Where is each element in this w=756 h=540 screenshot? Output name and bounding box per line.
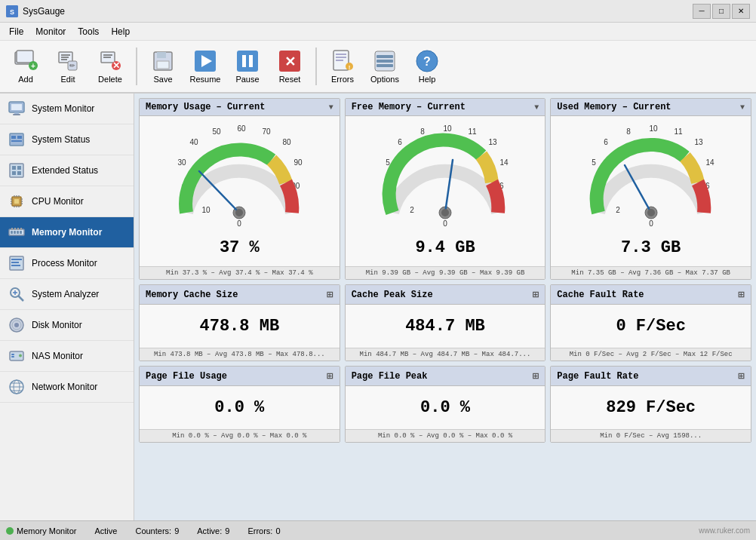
page-fault-rate-icon[interactable]: ⊞ <box>739 370 745 382</box>
free-memory-footer: Min 9.39 GB – Avg 9.39 GB – Max 9.39 GB <box>346 266 545 279</box>
page-file-usage-body: 0.0 % <box>140 386 340 429</box>
free-memory-header: Free Memory – Current ▼ <box>346 99 545 116</box>
sidebar-item-process-monitor[interactable]: Process Monitor <box>0 248 134 279</box>
sidebar-label-system-status: System Status <box>32 134 90 145</box>
svg-text:✏: ✏ <box>69 62 75 69</box>
memory-usage-header: Memory Usage – Current ▼ <box>140 99 340 116</box>
page-file-usage-icon[interactable]: ⊞ <box>327 370 333 382</box>
menu-monitor[interactable]: Monitor <box>29 25 72 38</box>
svg-rect-72 <box>14 228 16 230</box>
used-memory-dropdown[interactable]: ▼ <box>740 103 745 112</box>
svg-rect-73 <box>17 228 19 230</box>
cache-fault-rate-card: Cache Fault Rate ⊞ 0 F/Sec Min 0 F/Sec –… <box>550 284 751 361</box>
status-active-label: Active <box>94 526 117 535</box>
reset-label: Reset <box>279 75 301 84</box>
free-memory-card: Free Memory – Current ▼ 0 2 3 5 6 8 10 1… <box>345 98 546 280</box>
page-file-peak-icon[interactable]: ⊞ <box>533 370 539 382</box>
svg-text:50: 50 <box>213 127 222 136</box>
page-file-usage-footer: Min 0.0 % – Avg 0.0 % – Max 0.0 % <box>140 429 340 442</box>
status-counters-value: 9 <box>174 526 179 535</box>
system-analyzer-icon <box>8 285 26 303</box>
page-file-usage-card: Page File Usage ⊞ 0.0 % Min 0.0 % – Avg … <box>139 366 340 443</box>
pause-button[interactable]: Pause <box>228 44 267 89</box>
svg-rect-77 <box>11 262 19 263</box>
svg-text:90: 90 <box>294 158 303 167</box>
menu-help[interactable]: Help <box>105 25 136 38</box>
svg-rect-40 <box>11 104 22 110</box>
delete-label: Delete <box>98 75 122 84</box>
memory-cache-size-body: 478.8 MB <box>140 305 340 348</box>
cache-fault-rate-body: 0 F/Sec <box>551 305 751 348</box>
memory-usage-card: Memory Usage – Current ▼ 0 10 20 30 40 5… <box>139 98 340 280</box>
maximize-btn[interactable]: □ <box>712 4 730 19</box>
menu-file[interactable]: File <box>3 25 29 38</box>
sidebar-item-extended-status[interactable]: Extended Status <box>0 155 134 186</box>
status-bar: Memory Monitor Active Counters: 9 Active… <box>0 520 756 540</box>
svg-rect-19 <box>157 61 169 69</box>
cache-fault-rate-icon[interactable]: ⊞ <box>739 288 745 301</box>
minimize-btn[interactable]: ─ <box>693 4 711 19</box>
sidebar-item-system-analyzer[interactable]: System Analyzer <box>0 279 134 310</box>
sidebar-item-nas-monitor[interactable]: NAS Monitor <box>0 341 134 372</box>
svg-rect-51 <box>17 171 21 175</box>
svg-text:8: 8 <box>420 127 425 136</box>
free-memory-dropdown[interactable]: ▼ <box>534 103 539 112</box>
menu-tools[interactable]: Tools <box>72 25 105 38</box>
resume-button[interactable]: Resume <box>186 44 225 89</box>
memory-cache-size-title: Memory Cache Size <box>146 290 238 300</box>
add-button[interactable]: + Add <box>6 44 45 89</box>
watermark: www.ruker.com <box>699 526 750 535</box>
reset-button[interactable]: ✕ Reset <box>270 44 309 89</box>
disk-monitor-icon <box>8 316 26 334</box>
edit-button[interactable]: ✏ Edit <box>48 44 88 89</box>
status-errors-value: 0 <box>275 526 280 535</box>
svg-rect-29 <box>336 57 346 58</box>
sidebar-label-cpu-monitor: CPU Monitor <box>32 196 84 207</box>
memory-usage-dropdown[interactable]: ▼ <box>329 103 333 112</box>
svg-rect-88 <box>11 356 14 357</box>
svg-text:5: 5 <box>592 158 596 167</box>
app-icon: S <box>6 5 18 17</box>
sidebar-label-system-monitor: System Monitor <box>32 103 94 114</box>
save-button[interactable]: Save <box>143 44 183 89</box>
sidebar-item-disk-monitor[interactable]: Disk Monitor <box>0 310 134 341</box>
svg-rect-67 <box>11 231 13 234</box>
svg-text:11: 11 <box>674 127 683 136</box>
sidebar-item-system-monitor[interactable]: System Monitor <box>0 94 134 124</box>
delete-icon: ✕ <box>98 49 122 73</box>
svg-text:13: 13 <box>694 138 703 146</box>
close-btn[interactable]: ✕ <box>732 4 750 19</box>
svg-text:10: 10 <box>649 124 658 133</box>
sidebar-item-system-status[interactable]: System Status <box>0 124 134 155</box>
memory-cache-size-icon[interactable]: ⊞ <box>327 288 333 301</box>
memory-cache-size-header: Memory Cache Size ⊞ <box>140 285 340 305</box>
svg-rect-18 <box>157 52 166 58</box>
cache-peak-size-icon[interactable]: ⊞ <box>533 288 539 301</box>
extended-status-icon <box>8 161 26 179</box>
svg-point-89 <box>19 354 22 357</box>
page-file-usage-header: Page File Usage ⊞ <box>140 367 340 386</box>
svg-text:0: 0 <box>238 219 242 228</box>
svg-rect-76 <box>11 259 22 260</box>
svg-text:13: 13 <box>488 138 497 146</box>
memory-cache-size-value: 478.8 MB <box>200 317 280 336</box>
page-file-usage-title: Page File Usage <box>146 371 227 382</box>
cache-fault-rate-title: Cache Fault Rate <box>557 290 644 300</box>
process-monitor-icon <box>8 254 26 272</box>
svg-line-80 <box>19 296 24 302</box>
delete-button[interactable]: ✕ Delete <box>91 44 130 89</box>
svg-point-108 <box>235 209 243 216</box>
svg-point-122 <box>441 209 449 216</box>
sidebar-item-cpu-monitor[interactable]: CPU Monitor <box>0 186 134 217</box>
svg-rect-42 <box>13 114 20 115</box>
cache-peak-size-title: Cache Peak Size <box>352 290 433 300</box>
sidebar-item-network-monitor[interactable]: Network Monitor <box>0 372 134 403</box>
svg-rect-24 <box>249 55 253 67</box>
add-icon: + <box>14 49 38 73</box>
svg-rect-30 <box>336 60 343 61</box>
options-button[interactable]: Options <box>365 44 404 89</box>
sidebar-item-memory-monitor[interactable]: Memory Monitor <box>0 217 134 248</box>
help-button[interactable]: ? Help <box>407 44 447 89</box>
errors-button[interactable]: ! Errors <box>323 44 362 89</box>
svg-text:?: ? <box>423 55 431 68</box>
